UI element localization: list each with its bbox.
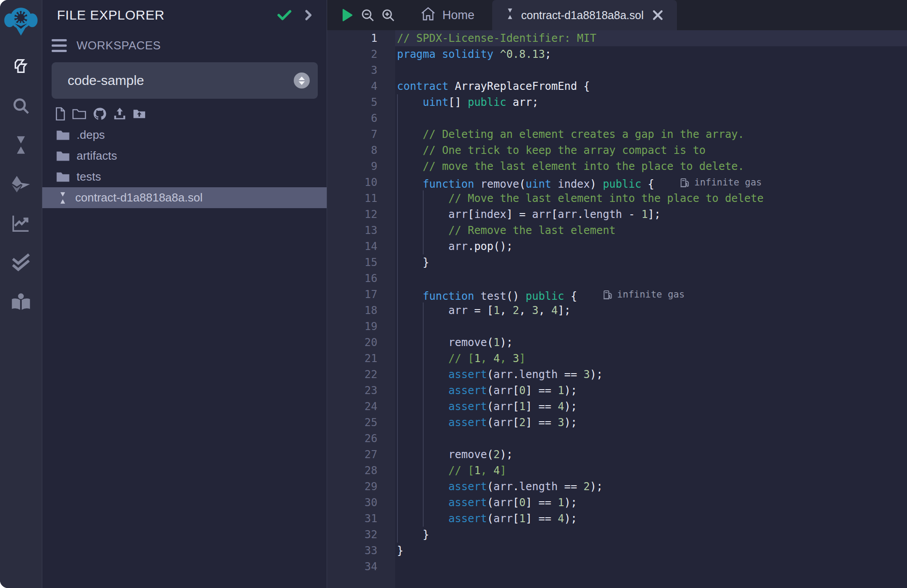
code-line[interactable]: 18 arr = [1, 2, 3, 4]; xyxy=(327,302,907,318)
code-text xyxy=(395,318,907,334)
file-row-contract-selected[interactable]: contract-d1a8818a8a.sol xyxy=(42,187,327,208)
code-line[interactable]: 7 // Deleting an element creates a gap i… xyxy=(327,126,907,142)
code-line[interactable]: 34 xyxy=(327,559,907,575)
line-number: 2 xyxy=(327,46,395,62)
code-line[interactable]: 13 // Remove the last element xyxy=(327,222,907,238)
code-line[interactable]: 1// SPDX-License-Identifier: MIT xyxy=(327,30,907,46)
code-line[interactable]: 29 assert(arr.length == 2); xyxy=(327,479,907,495)
line-number: 7 xyxy=(327,126,395,142)
new-file-icon[interactable] xyxy=(54,107,66,121)
folder-row-tests[interactable]: tests xyxy=(42,166,327,187)
tab-label: contract-d1a8818a8a.sol xyxy=(521,9,644,22)
upload-folder-icon[interactable] xyxy=(133,108,146,120)
code-line[interactable]: 4contract ArrayReplaceFromEnd { xyxy=(327,78,907,94)
code-line[interactable]: 15 } xyxy=(327,254,907,270)
remix-logo-icon[interactable] xyxy=(4,3,38,40)
code-text: assert(arr[0] == 1); xyxy=(395,383,907,399)
code-line[interactable]: 10 function remove(uint index) public {i… xyxy=(327,174,907,190)
code-line[interactable]: 14 arr.pop(); xyxy=(327,238,907,254)
line-number: 29 xyxy=(327,479,395,495)
code-text xyxy=(395,110,907,126)
sidebar-item-search[interactable] xyxy=(0,86,42,125)
code-line[interactable]: 22 assert(arr.length == 3); xyxy=(327,366,907,383)
collapse-panel-chevron-icon[interactable] xyxy=(304,8,313,22)
workspaces-menu-icon[interactable] xyxy=(52,39,67,52)
accept-check-icon[interactable] xyxy=(277,8,292,22)
line-number: 28 xyxy=(327,463,395,479)
code-line[interactable]: 17 function test() public {infinite gas xyxy=(327,286,907,302)
code-text: // SPDX-License-Identifier: MIT xyxy=(395,30,907,46)
workspace-select[interactable]: code-sample xyxy=(52,62,318,99)
new-folder-icon[interactable] xyxy=(72,108,86,120)
code-line[interactable]: 9 // move the last element into the plac… xyxy=(327,158,907,174)
sidebar-item-learneth[interactable] xyxy=(0,282,42,321)
sidebar-item-deploy-run[interactable] xyxy=(0,165,42,204)
line-number: 4 xyxy=(327,78,395,94)
code-line[interactable]: 26 xyxy=(327,431,907,447)
code-line[interactable]: 12 arr[index] = arr[arr.length - 1]; xyxy=(327,206,907,222)
upload-file-icon[interactable] xyxy=(113,107,126,121)
code-text xyxy=(395,270,907,286)
folder-icon xyxy=(56,171,70,182)
line-number: 8 xyxy=(327,142,395,158)
workspace-selected-value: code-sample xyxy=(68,73,294,88)
code-text: // Remove the last element xyxy=(395,222,907,238)
workspace-select-caret-icon[interactable] xyxy=(294,72,310,89)
code-text xyxy=(395,431,907,447)
code-line[interactable]: 11 // Move the last element into the pla… xyxy=(327,190,907,206)
line-number: 32 xyxy=(327,527,395,543)
code-line[interactable]: 27 remove(2); xyxy=(327,447,907,463)
code-line[interactable]: 24 assert(arr[1] == 4); xyxy=(327,399,907,415)
code-line[interactable]: 28 // [1, 4] xyxy=(327,463,907,479)
tab-home[interactable]: Home xyxy=(407,0,488,30)
solidity-file-icon xyxy=(506,8,514,22)
clone-from-github-icon[interactable] xyxy=(93,107,107,121)
zoom-out-icon[interactable] xyxy=(357,5,378,25)
code-line[interactable]: 2pragma solidity ^0.8.13; xyxy=(327,46,907,62)
sidebar-item-statistics[interactable] xyxy=(0,204,42,243)
code-line[interactable]: 23 assert(arr[0] == 1); xyxy=(327,383,907,399)
line-number: 9 xyxy=(327,158,395,174)
code-text xyxy=(395,559,907,575)
line-number: 11 xyxy=(327,190,395,206)
tab-bar: Home contract-d1a8818a8a.sol xyxy=(327,0,907,30)
code-text: function remove(uint index) public {infi… xyxy=(395,174,907,190)
folder-icon xyxy=(56,150,70,161)
tab-contract-active[interactable]: contract-d1a8818a8a.sol xyxy=(492,0,677,30)
code-line[interactable]: 33} xyxy=(327,543,907,559)
tab-label: Home xyxy=(442,8,474,22)
code-line[interactable]: 20 remove(1); xyxy=(327,334,907,350)
sidebar-item-solidity-compiler[interactable] xyxy=(0,125,42,165)
run-script-play-icon[interactable] xyxy=(337,5,357,25)
close-tab-icon[interactable] xyxy=(652,9,664,21)
line-number: 20 xyxy=(327,334,395,350)
code-line[interactable]: 25 assert(arr[2] == 3); xyxy=(327,415,907,431)
code-line[interactable]: 6 xyxy=(327,110,907,126)
line-number: 26 xyxy=(327,431,395,447)
folder-row-artifacts[interactable]: artifacts xyxy=(42,145,327,166)
code-line[interactable]: 5 uint[] public arr; xyxy=(327,94,907,110)
code-line[interactable]: 21 // [1, 4, 3] xyxy=(327,350,907,366)
sidebar-item-file-explorer[interactable] xyxy=(0,47,42,86)
code-text: arr[index] = arr[arr.length - 1]; xyxy=(395,206,907,222)
line-number: 25 xyxy=(327,415,395,431)
code-editor[interactable]: 1// SPDX-License-Identifier: MIT2pragma … xyxy=(327,30,907,588)
code-line[interactable]: 30 assert(arr[0] == 1); xyxy=(327,495,907,511)
code-text: assert(arr.length == 3); xyxy=(395,366,907,383)
sidebar-item-static-analysis[interactable] xyxy=(0,243,42,282)
code-line[interactable]: 32 } xyxy=(327,527,907,543)
gas-estimate-label: infinite gas xyxy=(617,286,685,302)
line-number: 23 xyxy=(327,383,395,399)
code-line[interactable]: 3 xyxy=(327,62,907,78)
folder-row-deps[interactable]: .deps xyxy=(42,125,327,145)
code-line[interactable]: 16 xyxy=(327,270,907,286)
home-icon xyxy=(421,7,436,24)
code-line[interactable]: 19 xyxy=(327,318,907,334)
code-line[interactable]: 8 // One trick to keep the array compact… xyxy=(327,142,907,158)
solidity-file-icon xyxy=(58,192,68,204)
code-line[interactable]: 31 assert(arr[1] == 4); xyxy=(327,511,907,527)
explorer-toolbar xyxy=(42,107,327,121)
line-number: 15 xyxy=(327,254,395,270)
code-text: // One trick to keep the array compact i… xyxy=(395,142,907,158)
zoom-in-icon[interactable] xyxy=(378,5,398,25)
